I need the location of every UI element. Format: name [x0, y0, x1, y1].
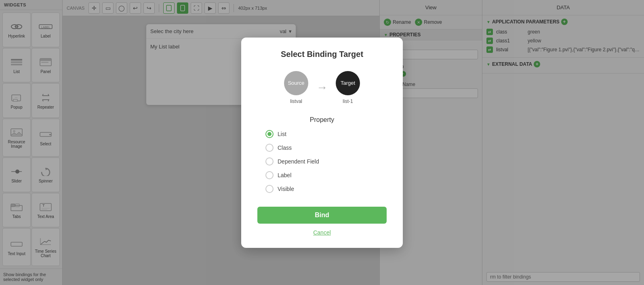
radio-label-list: List: [278, 131, 286, 137]
radio-circle-label: [265, 171, 274, 179]
radio-circle-class: [265, 144, 274, 152]
radio-circle-list: [265, 130, 274, 138]
radio-label-visible: Visible: [278, 186, 294, 192]
radio-label-class: Class: [278, 145, 292, 151]
target-node-label: list-1: [343, 98, 353, 104]
source-label-text: Source: [288, 80, 304, 86]
property-title: Property: [257, 116, 387, 124]
select-binding-modal: Select Binding Target Source listval → T…: [241, 38, 403, 248]
radio-dependent-field[interactable]: Dependent Field: [265, 157, 387, 166]
target-label-text: Target: [341, 80, 355, 86]
bind-button[interactable]: Bind: [257, 207, 387, 224]
radio-inner-list: [267, 132, 271, 136]
modal-overlay[interactable]: Select Binding Target Source listval → T…: [0, 0, 644, 285]
target-node: Target list-1: [336, 71, 360, 104]
radio-circle-visible: [265, 185, 274, 193]
modal-title: Select Binding Target: [257, 50, 387, 59]
source-node: Source listval: [284, 71, 308, 104]
radio-label-label: Label: [278, 172, 291, 178]
binding-diagram: Source listval → Target list-1: [257, 71, 387, 104]
property-section: Property List Class Dependent Field: [257, 116, 387, 193]
radio-class[interactable]: Class: [265, 144, 387, 152]
binding-arrow-icon: →: [316, 81, 328, 94]
target-circle: Target: [336, 71, 360, 95]
cancel-link[interactable]: Cancel: [257, 229, 387, 236]
source-circle: Source: [284, 71, 308, 95]
radio-label-item[interactable]: Label: [265, 171, 387, 179]
radio-group: List Class Dependent Field Label Visible: [257, 130, 387, 193]
radio-list[interactable]: List: [265, 130, 387, 138]
radio-circle-dependent-field: [265, 157, 274, 166]
source-node-label: listval: [290, 98, 302, 104]
radio-visible[interactable]: Visible: [265, 185, 387, 193]
radio-label-dependent-field: Dependent Field: [278, 158, 319, 165]
